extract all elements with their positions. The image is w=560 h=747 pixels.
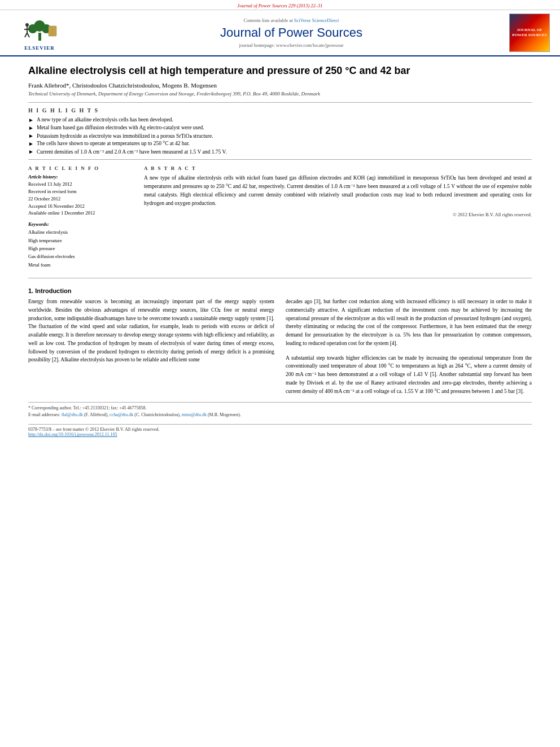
issn-line: 0378-7753/$ – see front matter © 2012 El… xyxy=(28,427,532,432)
history-label: Article history: xyxy=(28,174,133,180)
keywords-group: Keywords: Alkaline electrolysis High tem… xyxy=(28,221,133,269)
available-date: Available online 1 December 2012 xyxy=(28,209,133,217)
sciverse-link[interactable]: SciVerse ScienceDirect xyxy=(294,18,339,23)
journal-cover-area: JOURNAL OF POWER SOURCES xyxy=(509,14,554,52)
body-right-col: decades ago [3], but further cost reduct… xyxy=(286,298,532,395)
body-left-col: Energy from renewable sources is becomin… xyxy=(28,298,274,395)
keywords-list: Alkaline electrolysis High temperature H… xyxy=(28,228,133,269)
bullet-icon-5: ► xyxy=(28,148,34,155)
divider-2 xyxy=(28,159,532,160)
svg-line-8 xyxy=(27,33,29,37)
journal-title-area: Contents lists available at SciVerse Sci… xyxy=(73,18,509,48)
bullet-icon-1: ► xyxy=(28,117,34,123)
svg-point-4 xyxy=(25,23,29,27)
email3-link[interactable]: mmo@dtu.dk xyxy=(182,412,207,417)
abstract-heading: A B S T R A C T xyxy=(144,165,532,171)
article-info-abstract: A R T I C L E I N F O Article history: R… xyxy=(28,165,532,273)
email3-name: (M.B. Mogensen). xyxy=(208,412,241,417)
footnote-star: * Corresponding author. Tel.: +45 213303… xyxy=(28,405,532,412)
bullet-icon-3: ► xyxy=(28,133,34,139)
article-title: Alkaline electrolysis cell at high tempe… xyxy=(28,64,532,77)
elsevier-logo-icon xyxy=(16,15,64,44)
body-columns: Energy from renewable sources is becomin… xyxy=(28,298,532,395)
received-date: Received 13 July 2012 xyxy=(28,181,133,188)
bottom-bar: 0378-7753/$ – see front matter © 2012 El… xyxy=(28,424,532,437)
highlight-item-3: ► Potassium hydroxide as electrolyte was… xyxy=(28,133,532,139)
publisher-logo-area: ELSEVIER xyxy=(6,15,73,51)
footnote-section: * Corresponding author. Tel.: +45 213303… xyxy=(28,402,532,418)
abstract-col: A B S T R A C T A new type of alkaline e… xyxy=(144,165,532,273)
keyword-3: High pressure xyxy=(28,244,133,252)
body-section: 1. Introduction Energy from renewable so… xyxy=(28,287,532,395)
bullet-icon-2: ► xyxy=(28,125,34,131)
affiliation-line: Technical University of Denmark, Departm… xyxy=(28,91,532,97)
email-label: E-mail addresses: xyxy=(28,412,60,417)
revised-date: 22 October 2012 xyxy=(28,195,133,203)
abstract-text: A new type of alkaline electrolysis cell… xyxy=(144,174,532,207)
article-history-group: Article history: Received 13 July 2012 R… xyxy=(28,174,133,217)
journal-reference: Journal of Power Sources 229 (2013) 22–3… xyxy=(237,3,322,8)
email1-name: (F. Allebrod), xyxy=(84,412,108,417)
journal-header: ELSEVIER Contents lists available at Sci… xyxy=(0,10,560,56)
footnote-emails: E-mail addresses: flal@dtu.dk (F. Allebr… xyxy=(28,412,532,418)
keyword-2: High temperature xyxy=(28,237,133,244)
highlight-item-2: ► Metal foam based gas diffusion electro… xyxy=(28,125,532,131)
divider-1 xyxy=(28,102,532,103)
email2-name: (C. Chatzichristodoulou), xyxy=(134,412,181,417)
body-left-text: Energy from renewable sources is becomin… xyxy=(28,298,274,364)
svg-line-7 xyxy=(25,33,27,37)
email2-link[interactable]: ccha@dtu.dk xyxy=(110,412,133,417)
keyword-1: Alkaline electrolysis xyxy=(28,228,133,236)
sciverse-line: Contents lists available at SciVerse Sci… xyxy=(73,18,509,23)
accepted-date: Accepted 16 November 2012 xyxy=(28,203,133,210)
journal-cover-image: JOURNAL OF POWER SOURCES xyxy=(509,14,550,52)
article-info-heading: A R T I C L E I N F O xyxy=(28,165,133,171)
doi-line: http://dx.doi.org/10.1016/j.jpowsour.201… xyxy=(28,432,532,437)
keyword-4: Gas diffusion electrodes xyxy=(28,252,133,260)
cover-text: JOURNAL OF POWER SOURCES xyxy=(510,27,549,39)
received-revised-label: Received in revised form xyxy=(28,188,133,195)
svg-rect-0 xyxy=(38,33,41,41)
highlight-item-5: ► Current densities of 1.0 A cm⁻² and 2.… xyxy=(28,148,532,155)
bullet-icon-4: ► xyxy=(28,141,34,147)
main-content: Alkaline electrolysis cell at high tempe… xyxy=(0,56,560,445)
copyright-notice: © 2012 Elsevier B.V. All rights reserved… xyxy=(144,212,532,217)
body-right-text-2: A substantial step towards higher effici… xyxy=(286,354,532,396)
highlights-section: H I G H L I G H T S ► A new type of an a… xyxy=(28,107,532,155)
elsevier-label: ELSEVIER xyxy=(24,45,55,51)
top-bar: Journal of Power Sources 229 (2013) 22–3… xyxy=(0,0,560,10)
authors-line: Frank Allebrod*, Christodoulos Chatzichr… xyxy=(28,82,532,89)
doi-link[interactable]: http://dx.doi.org/10.1016/j.jpowsour.201… xyxy=(28,432,117,437)
journal-homepage-url: journal homepage: www.elsevier.com/locat… xyxy=(73,42,509,48)
highlight-item-1: ► A new type of an alkaline electrolysis… xyxy=(28,117,532,123)
divider-3 xyxy=(28,278,532,278)
body-right-text-1: decades ago [3], but further cost reduct… xyxy=(286,298,532,347)
highlights-title: H I G H L I G H T S xyxy=(28,107,532,113)
keyword-5: Metal foam xyxy=(28,261,133,269)
article-info-col: A R T I C L E I N F O Article history: R… xyxy=(28,165,133,273)
email1-link[interactable]: flal@dtu.dk xyxy=(62,412,83,417)
journal-name: Journal of Power Sources xyxy=(73,25,509,40)
intro-heading: 1. Introduction xyxy=(28,287,532,294)
highlight-item-4: ► The cells have shown to operate at tem… xyxy=(28,141,532,147)
keywords-label: Keywords: xyxy=(28,221,133,227)
